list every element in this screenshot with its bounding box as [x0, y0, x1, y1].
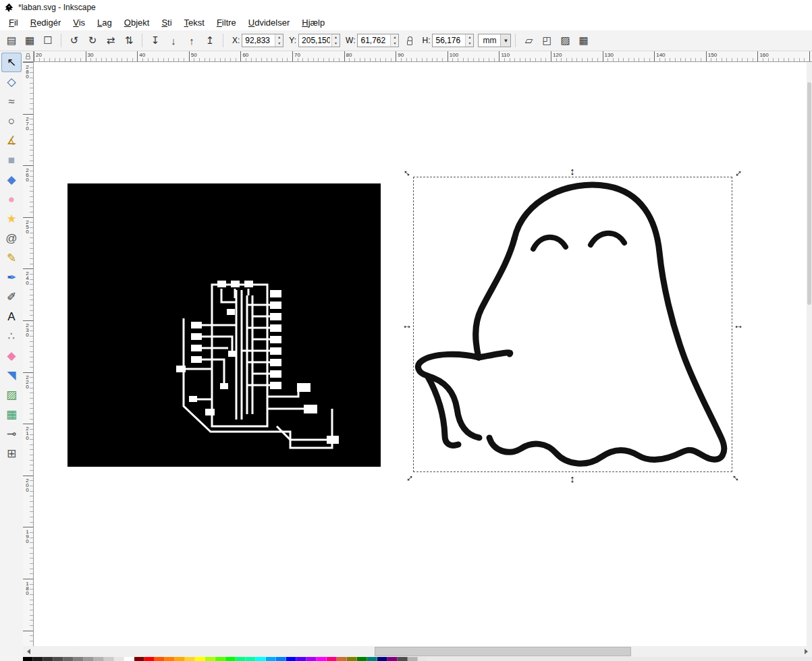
scale-handle-bottom[interactable]: ↕ — [570, 473, 575, 484]
affect-rounded-corners-toggle[interactable]: ◰ — [538, 32, 556, 49]
affect-gradients-toggle[interactable]: ▨ — [556, 32, 574, 49]
ruler-corner[interactable] — [23, 51, 34, 62]
palette-swatch[interactable] — [225, 657, 236, 661]
horizontal-scrollbar-thumb[interactable] — [375, 647, 631, 656]
mesh-gradient-tool[interactable]: ▦ — [1, 405, 22, 424]
vertical-scrollbar-thumb[interactable] — [807, 82, 811, 305]
spin-down-icon[interactable]: ▼ — [466, 40, 473, 47]
palette-swatch[interactable] — [144, 657, 155, 661]
gradient-tool[interactable]: ▨ — [1, 385, 22, 405]
raise-to-top-button[interactable]: ↥ — [201, 32, 219, 49]
selector-tool[interactable]: ↖ — [1, 53, 22, 72]
horizontal-ruler[interactable]: 2030405060708090100110120130140150160 — [34, 51, 812, 62]
spin-up-icon[interactable]: ▲ — [466, 34, 473, 40]
palette-swatch[interactable] — [33, 657, 43, 661]
palette-swatch[interactable] — [266, 657, 276, 661]
palette-swatch[interactable] — [418, 657, 428, 661]
spin-up-icon[interactable]: ▲ — [332, 34, 340, 40]
palette-swatch[interactable] — [276, 657, 286, 661]
box-3d-tool[interactable]: ◆ — [1, 170, 22, 190]
lower-button[interactable]: ↓ — [165, 32, 182, 49]
palette-swatch[interactable] — [195, 657, 205, 661]
palette-swatch[interactable] — [246, 657, 256, 661]
calligraphy-tool[interactable]: ✐ — [1, 287, 22, 307]
palette-swatch[interactable] — [205, 657, 215, 661]
raise-button[interactable]: ↑ — [183, 32, 200, 49]
width-spinner[interactable]: ▲ ▼ — [390, 34, 398, 47]
spiral-tool[interactable]: @ — [1, 229, 22, 248]
palette-swatch[interactable] — [63, 657, 74, 661]
palette-swatch[interactable] — [185, 657, 195, 661]
text-tool[interactable]: A — [1, 307, 22, 326]
menu-hj-lp[interactable]: Hjælp — [296, 16, 331, 30]
canvas[interactable]: ↔ ↔ ↔ ↔ ↕ ↕ ↔ ↔ — [34, 62, 807, 646]
palette-swatch[interactable] — [327, 657, 337, 661]
menu-filtre[interactable]: Filtre — [211, 16, 242, 30]
palette-swatch[interactable] — [43, 657, 53, 661]
rectangle-tool[interactable]: ■ — [1, 150, 22, 170]
horizontal-scrollbar[interactable] — [23, 646, 812, 657]
scale-handle-top[interactable]: ↕ — [570, 166, 575, 176]
pencil-tool[interactable]: ✎ — [1, 248, 22, 268]
spin-down-icon[interactable]: ▼ — [275, 40, 283, 47]
spray-tool[interactable]: ∴ — [1, 326, 22, 346]
palette-swatch[interactable] — [165, 657, 175, 661]
menu-objekt[interactable]: Objekt — [118, 16, 156, 30]
palette-swatch[interactable] — [74, 657, 84, 661]
affect-patterns-toggle[interactable]: ▦ — [574, 32, 592, 49]
select-all-in-all-layers-button[interactable]: ▦ — [21, 32, 38, 49]
palette-swatch[interactable] — [367, 657, 377, 661]
palette-swatch[interactable] — [104, 657, 114, 661]
lock-guides-icon[interactable] — [26, 56, 30, 59]
connector-tool[interactable]: ⊞ — [1, 444, 22, 463]
palette-swatch[interactable] — [387, 657, 398, 661]
palette-swatch[interactable] — [124, 657, 134, 661]
lock-ratio-button[interactable] — [403, 33, 416, 48]
palette-swatch[interactable] — [236, 657, 246, 661]
menu-vis[interactable]: Vis — [67, 16, 91, 30]
palette-swatch[interactable] — [337, 657, 347, 661]
rotate-90-ccw-button[interactable]: ↺ — [65, 32, 83, 49]
rotate-90-cw-button[interactable]: ↻ — [84, 32, 101, 49]
ellipse-tool[interactable]: ● — [1, 190, 22, 209]
spin-up-icon[interactable]: ▲ — [275, 34, 283, 40]
vertical-scrollbar[interactable] — [807, 62, 812, 646]
palette-swatch[interactable] — [215, 657, 225, 661]
spin-down-icon[interactable]: ▼ — [391, 40, 398, 47]
palette-swatch[interactable] — [84, 657, 94, 661]
palette-swatch[interactable] — [114, 657, 124, 661]
menu-rediger[interactable]: Redigér — [24, 16, 67, 30]
palette-swatch[interactable] — [134, 657, 144, 661]
pen-tool[interactable]: ✒ — [1, 268, 22, 287]
tweak-tool[interactable]: ≈ — [1, 92, 22, 111]
palette-swatch[interactable] — [94, 657, 104, 661]
palette-swatch[interactable] — [408, 657, 418, 661]
scale-handle-left[interactable]: ↔ — [402, 320, 412, 330]
node-tool[interactable]: ◇ — [1, 72, 22, 92]
scroll-right-button[interactable] — [801, 646, 812, 657]
palette-swatch[interactable] — [296, 657, 306, 661]
affect-stroke-width-toggle[interactable]: ▱ — [520, 32, 537, 49]
menu-fil[interactable]: Fil — [3, 16, 24, 30]
star-tool[interactable]: ★ — [1, 209, 22, 229]
menu-lag[interactable]: Lag — [91, 16, 118, 30]
lower-to-bottom-button[interactable]: ↧ — [146, 32, 164, 49]
dropper-tool[interactable]: ⊸ — [1, 424, 22, 444]
palette-swatch[interactable] — [317, 657, 327, 661]
palette-swatch[interactable] — [175, 657, 185, 661]
palette-swatch[interactable] — [256, 657, 266, 661]
vertical-ruler[interactable]: 280270260250240230220210200190180 — [23, 62, 34, 646]
flip-vertical-button[interactable]: ⇅ — [120, 32, 138, 49]
height-spinner[interactable]: ▲ ▼ — [465, 34, 473, 47]
menu-tekst[interactable]: Tekst — [178, 16, 211, 30]
palette-swatch[interactable] — [377, 657, 387, 661]
flip-horizontal-button[interactable]: ⇄ — [102, 32, 119, 49]
deselect-button[interactable]: ☐ — [39, 32, 57, 49]
unit-select[interactable]: mm ▼ — [478, 34, 511, 47]
palette-swatch[interactable] — [347, 657, 357, 661]
scroll-left-button[interactable] — [23, 646, 34, 657]
palette-swatch[interactable] — [155, 657, 165, 661]
menu-udvidelser[interactable]: Udvidelser — [242, 16, 296, 30]
zoom-tool[interactable]: ○ — [1, 111, 22, 131]
spin-up-icon[interactable]: ▲ — [391, 34, 398, 40]
